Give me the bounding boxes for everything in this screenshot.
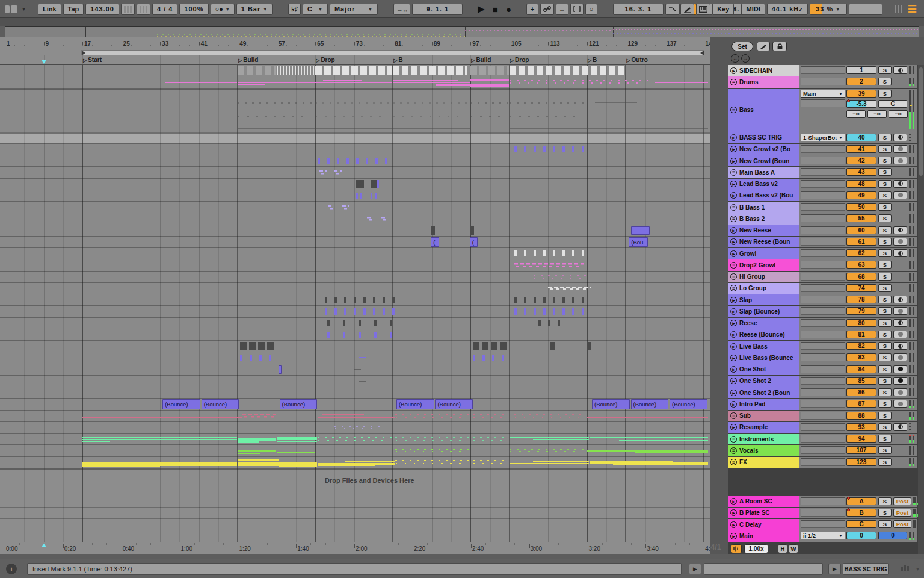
track-lane[interactable] <box>0 272 710 283</box>
clip[interactable] <box>514 412 587 420</box>
solo-button[interactable]: S <box>878 520 892 528</box>
clip[interactable] <box>325 297 395 303</box>
post-toggle[interactable]: Post <box>893 520 911 528</box>
solo-button[interactable]: S <box>878 214 892 222</box>
clip[interactable] <box>356 193 365 199</box>
arrangement-marker[interactable]: ▷Drop <box>316 57 335 63</box>
clip[interactable] <box>240 355 273 361</box>
track-header[interactable]: ▶Live Bass (Bounce83S <box>728 352 917 363</box>
clip[interactable] <box>431 226 435 235</box>
clip[interactable]: (Bou <box>629 237 647 247</box>
clip[interactable] <box>242 412 278 420</box>
clip[interactable] <box>328 203 334 211</box>
track-header[interactable]: ▶Intro Pad87S <box>728 399 917 409</box>
clip[interactable] <box>470 66 509 75</box>
solo-button[interactable]: S <box>878 191 892 199</box>
clip[interactable] <box>318 158 387 164</box>
track-name-cell[interactable]: ≡Vocals <box>728 445 799 456</box>
solo-button[interactable]: S <box>878 78 892 85</box>
clip[interactable]: (Bounce) <box>631 399 669 409</box>
loop-start-handle-icon[interactable] <box>82 51 85 55</box>
status-play-icon[interactable]: ▶ <box>689 564 701 574</box>
track-lane[interactable] <box>0 237 710 248</box>
track-name-cell[interactable]: ≡Instruments <box>728 434 799 444</box>
track-number-box[interactable]: 80 <box>846 319 876 327</box>
track-header[interactable]: ≡B Bass 150S <box>728 202 917 213</box>
scale-mode-icon[interactable]: ♭♯ <box>288 4 301 15</box>
clip[interactable] <box>315 78 392 86</box>
return-track-lane[interactable] <box>0 496 710 508</box>
clip[interactable]: ( <box>431 237 439 247</box>
clip[interactable]: (Bounce) <box>280 399 318 409</box>
track-name-cell[interactable]: ▶B Plate SC <box>728 508 799 518</box>
draw-automation-icon[interactable] <box>757 42 770 51</box>
new-button[interactable]: + <box>526 4 538 15</box>
clip[interactable] <box>381 214 387 223</box>
clip[interactable] <box>590 435 708 443</box>
track-name-cell[interactable]: ≡FX <box>728 457 799 468</box>
track-header[interactable]: ▶BASS SC TRIG1-ShaperBo:▼40S <box>728 132 917 143</box>
clip[interactable]: (Bounce) <box>202 399 239 409</box>
cpu-meter[interactable]: 33 %▼ <box>810 4 847 15</box>
solo-button[interactable]: S <box>878 446 892 454</box>
loop-end-handle-icon[interactable] <box>700 51 704 55</box>
solo-button[interactable]: S <box>878 134 892 141</box>
track-name-cell[interactable]: ▶New Growl v2 (Bo <box>728 144 799 155</box>
track-header[interactable]: ▶Slap78S <box>728 294 917 305</box>
clip[interactable] <box>395 435 472 443</box>
back-to-arrangement-icon[interactable]: ← <box>556 4 568 15</box>
arrangement-clip-area[interactable]: (((Bou(Bounce)(Bounce)(Bounce)(Bounce)(B… <box>0 65 710 542</box>
track-name-cell[interactable]: ≡Drums <box>728 76 799 87</box>
clip[interactable] <box>470 78 509 86</box>
track-header[interactable]: ▶Lead Bass v248S <box>728 179 917 190</box>
track-header[interactable]: ≡Lo Group74S <box>728 283 917 294</box>
follow-button[interactable]: →‥ <box>393 4 410 15</box>
arm-button[interactable] <box>893 388 907 396</box>
window-layout-icon[interactable] <box>5 5 17 13</box>
clip[interactable] <box>473 435 508 443</box>
track-number-box[interactable]: 62 <box>846 249 876 257</box>
bar-ruler[interactable]: 1917253341495765738189971051131211291371… <box>0 37 710 55</box>
arrangement-overview[interactable] <box>5 26 919 37</box>
track-header[interactable]: ≡Hi Group68S <box>728 272 917 282</box>
track-name-cell[interactable]: ▶Lead Bass v2 (Bou <box>728 190 799 201</box>
track-header[interactable]: ▶One Shot84S <box>728 364 917 375</box>
insert-marker-bottom-icon[interactable] <box>42 544 46 547</box>
solo-button[interactable]: S <box>878 307 892 315</box>
scroll-left-icon[interactable]: ← <box>731 54 739 63</box>
track-header[interactable]: ≡Vocals107S <box>728 445 917 456</box>
solo-button[interactable]: S <box>878 458 892 466</box>
insert-marker-icon[interactable] <box>42 60 46 64</box>
arrangement-marker-lane[interactable]: ▷Start▷Build▷Drop▷B▷Build▷Drop▷B▷Outro <box>0 55 710 65</box>
track-name-cell[interactable]: ≡B Bass 1 <box>728 202 799 213</box>
metronome-button[interactable]: ○●▼ <box>211 4 235 15</box>
track-number-box[interactable]: 79 <box>846 307 876 315</box>
clip[interactable]: (Bounce) <box>435 399 473 409</box>
arrangement-marker[interactable]: ▷B <box>588 57 597 63</box>
clip[interactable] <box>315 66 392 75</box>
track-header[interactable]: ▶B Plate SCBSPost <box>728 508 917 518</box>
return-track-lane[interactable] <box>0 530 710 542</box>
solo-button[interactable]: S <box>878 66 892 74</box>
clip[interactable] <box>319 168 328 176</box>
clip[interactable] <box>514 308 591 314</box>
track-number-box[interactable]: 40 <box>846 134 876 141</box>
arm-button[interactable] <box>893 307 907 315</box>
track-name-cell[interactable]: ▶Resample <box>728 422 799 433</box>
clip[interactable] <box>473 355 506 361</box>
solo-button[interactable]: S <box>878 497 892 505</box>
clip[interactable] <box>359 377 366 385</box>
clip[interactable] <box>356 180 365 188</box>
track-name-cell[interactable]: ▶New Reese <box>728 225 799 236</box>
clip[interactable] <box>514 261 587 269</box>
status-secondary-field[interactable] <box>704 563 823 575</box>
set-locator-button[interactable]: Set <box>732 42 753 51</box>
solo-button[interactable]: S <box>878 331 892 338</box>
track-header[interactable]: ▶Slap (Bounce)79S <box>728 306 917 317</box>
track-header-expanded[interactable]: ≡BassMain▼39S-5.3C−∞−∞−∞ <box>728 89 917 132</box>
clip[interactable]: (Bounce) <box>162 399 200 409</box>
post-toggle[interactable]: Post <box>893 509 911 517</box>
clip[interactable] <box>238 458 279 467</box>
track-name-cell[interactable]: ▶Live Bass <box>728 341 799 352</box>
arm-button[interactable] <box>893 134 907 141</box>
